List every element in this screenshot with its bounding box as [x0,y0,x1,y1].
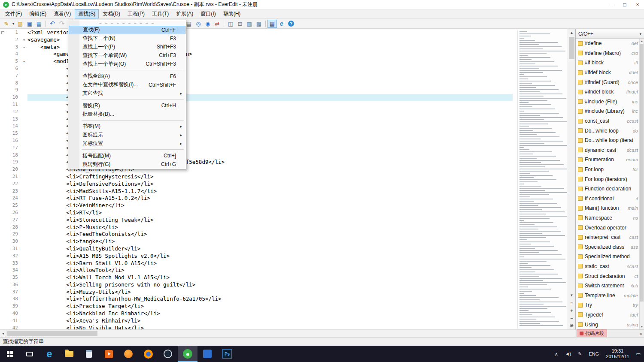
everedit-app[interactable]: e [178,346,197,362]
file-explorer-app[interactable] [59,346,79,362]
snippet-item[interactable]: #include (Library) inc [576,106,639,116]
editor-line[interactable]: 38 <li>FluffierThanThou-RW_MedicalInfo-6… [0,296,517,303]
fold-marker-icon[interactable] [21,152,27,159]
scroll-left-icon[interactable]: ◂ [0,330,6,337]
fold-marker-icon[interactable] [21,296,27,303]
menubar-item[interactable]: 查找(S) [75,9,99,18]
fold-marker-icon[interactable] [21,137,27,145]
editor-line[interactable]: 36 <li>Selling prisoners with no guilt</… [0,281,517,289]
help-icon[interactable]: ? [288,21,294,27]
find-menu-item[interactable] [69,118,185,122]
save-icon[interactable]: ▣ [25,19,34,28]
find-menu-item[interactable] [69,68,185,72]
new-file-icon[interactable]: ✎ [2,19,11,28]
snippet-item[interactable]: Try try [576,300,639,310]
snippet-item[interactable]: Enumeration enum [576,155,639,165]
fold-marker-icon[interactable] [21,289,27,296]
snippet-item[interactable]: static_cast scast [576,262,639,272]
find-menu-item[interactable]: 跳转到行(G) Ctrl+G [69,160,185,169]
view-columns-icon[interactable]: ▥ [245,19,254,28]
snippet-item[interactable]: reinterpret_cast cast [576,232,639,242]
vscroll-thumb[interactable] [569,37,574,59]
fold-marker-icon[interactable] [21,274,27,281]
editor-line[interactable]: 26 <li>RT</li> [0,209,517,217]
find-in-files-icon[interactable]: ◉ [203,19,213,28]
new-file-dropdown-icon[interactable]: ▾ [11,19,15,28]
fold-marker-icon[interactable] [21,245,27,253]
snippet-item[interactable]: Main() function main [576,203,639,213]
toolbar-icon[interactable] [224,21,224,27]
fold-marker-icon[interactable] [21,173,27,181]
panel-scroll-up-icon[interactable]: ▲ [640,39,644,44]
hidden-icons-chevron-icon[interactable]: ∧ [551,346,562,362]
editor-vscrollbar[interactable]: ▲ ▼ ≡ + − ◉ [568,29,575,329]
edge-app[interactable]: e [39,346,59,362]
editor-line[interactable]: 29 <li>FeedTheColonists</li> [0,231,517,238]
find-menu-item[interactable] [69,97,185,101]
menubar-item[interactable]: 扩展(A) [173,9,197,18]
zoom-in-icon[interactable]: + [568,307,575,314]
orange-app[interactable] [118,346,138,362]
snippet-item[interactable]: dynamic_cast dcast [576,145,639,155]
find-menu-item[interactable]: 批量替换(B)... [69,110,185,118]
fold-marker-icon[interactable] [21,310,27,317]
steam-app[interactable] [158,346,178,362]
fold-marker-icon[interactable] [21,325,27,329]
snippet-item[interactable]: #define def [576,39,639,48]
fold-marker-icon[interactable] [21,267,27,274]
menubar-item[interactable]: 文档(D) [99,9,124,18]
view-list-icon[interactable]: ⊟ [235,19,245,28]
action-center-icon[interactable]: ▭ [633,346,644,362]
snippet-item[interactable]: Using using [576,320,639,329]
fold-marker-icon[interactable] [21,253,27,260]
editor-line[interactable]: 30 <li>fangke</li> [0,238,517,245]
task-view-button[interactable] [20,346,39,362]
find-menu-item[interactable]: 光标位置 ▸ [69,139,185,148]
fold-marker-icon[interactable] [21,29,27,36]
editor-line[interactable]: 35 <li>Wall Torch Mod V1.1 A15</li> [0,274,517,281]
snippet-item[interactable]: For loop for [576,165,639,175]
fold-marker-icon[interactable] [21,166,27,173]
close-button[interactable]: × [631,0,644,9]
volume-icon[interactable]: ◄) [562,346,575,362]
find-icon[interactable]: ◎ [194,19,203,28]
find-menu-item[interactable]: 查找(F) Ctrl+F [69,26,185,34]
editor-line[interactable]: 37 <li>Muzzy-Utils</li> [0,289,517,296]
language-indicator[interactable]: ENG [586,346,603,362]
fold-marker-icon[interactable] [21,260,27,267]
fold-marker-icon[interactable] [21,281,27,289]
editor-line[interactable]: 40 <li>Nackblad Inc Rimhair</li> [0,310,517,317]
scroll-up-icon[interactable]: ▲ [568,29,575,36]
fold-marker-icon[interactable] [21,94,27,101]
save-all-icon[interactable]: ▦ [34,19,44,28]
photoshop-app[interactable]: Ps [217,346,237,362]
find-menu-item[interactable]: 书签(M) ▸ [69,122,185,131]
scroll-target-icon[interactable]: ◉ [568,322,575,329]
snippet-item[interactable]: Struct declaration ct [576,271,639,281]
snippet-item[interactable]: Namespace ns [576,213,639,223]
snippet-item[interactable]: #define (Macro) cro [576,48,639,58]
editor-line[interactable]: 24 <li>RT_Fuse-A15-1.0.2</li> [0,195,517,202]
fold-marker-icon[interactable] [21,87,27,94]
snippet-item[interactable]: #ifdef block ifdef [576,68,639,78]
pen-icon[interactable]: ✎ [574,346,585,362]
menubar-item[interactable]: 工具(T) [149,9,172,18]
editor-line[interactable]: 33 <li>Barn Stall V1.0 A15</li> [0,260,517,267]
snippet-item[interactable]: const_cast ccast [576,116,639,126]
snippet-item[interactable]: #ifndef block ifndef [576,87,639,97]
editor-line[interactable]: 32 <li>A15 MBS Spotlights v2.0</li> [0,253,517,260]
find-menu-item[interactable]: 其它查找 ▸ [69,89,185,98]
fold-marker-icon[interactable] [21,159,27,166]
blue-app[interactable] [197,346,217,362]
fold-marker-icon[interactable] [21,217,27,224]
find-menu-item[interactable]: 图标提示 ▸ [69,131,185,139]
firefox-app[interactable] [138,346,158,362]
fold-marker-icon[interactable] [21,303,27,310]
menubar-item[interactable]: 工程(P) [124,9,148,18]
fold-marker-icon[interactable] [21,317,27,325]
maximize-button[interactable]: □ [618,0,631,9]
editor-line[interactable]: 22 <li>DefensivePositions</li> [0,181,517,188]
snippet-item[interactable]: For loop (iterators) [576,174,639,184]
snippet-item[interactable]: Typedef tdef [576,310,639,320]
fold-marker-icon[interactable]: ▾ [21,44,27,51]
